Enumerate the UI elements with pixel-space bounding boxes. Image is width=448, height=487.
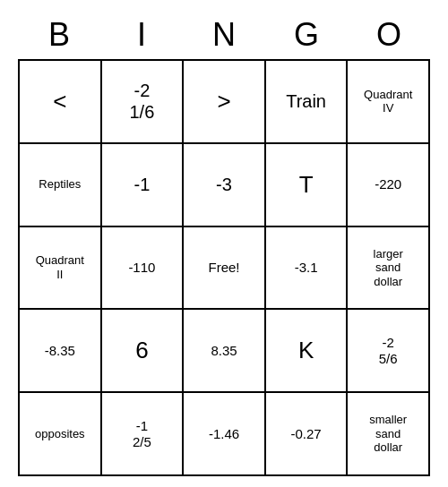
- header-letter: I: [100, 11, 183, 59]
- bingo-grid: <-2 1/6>TrainQuadrant IVReptiles-1-3T-22…: [18, 59, 430, 476]
- grid-cell-1-4: -220: [348, 144, 430, 227]
- grid-cell-4-4: smaller sand dollar: [348, 393, 430, 476]
- grid-cell-2-3: -3.1: [266, 227, 349, 311]
- grid-cell-2-2: Free!: [184, 227, 266, 311]
- bingo-header: BINGO: [18, 11, 430, 59]
- grid-cell-0-3: Train: [266, 61, 349, 144]
- header-letter: N: [183, 11, 265, 59]
- grid-cell-4-1: -1 2/5: [102, 393, 185, 476]
- grid-cell-3-3: K: [266, 310, 349, 393]
- grid-cell-2-1: -110: [102, 227, 185, 311]
- header-letter: O: [348, 11, 430, 59]
- header-letter: G: [265, 11, 348, 59]
- grid-cell-1-1: -1: [102, 144, 185, 227]
- grid-cell-4-2: -1.46: [184, 393, 266, 476]
- grid-cell-0-1: -2 1/6: [102, 61, 185, 144]
- grid-cell-1-2: -3: [184, 144, 266, 227]
- grid-cell-4-0: opposites: [20, 393, 102, 476]
- grid-cell-0-4: Quadrant IV: [348, 61, 430, 144]
- grid-cell-0-0: <: [20, 61, 102, 144]
- grid-cell-0-2: >: [184, 61, 266, 144]
- grid-cell-3-2: 8.35: [184, 310, 266, 393]
- grid-cell-4-3: -0.27: [266, 393, 349, 476]
- grid-cell-3-0: -8.35: [20, 310, 102, 393]
- bingo-board: BINGO <-2 1/6>TrainQuadrant IVReptiles-1…: [18, 11, 430, 476]
- grid-cell-3-1: 6: [102, 310, 185, 393]
- grid-cell-1-3: T: [266, 144, 349, 227]
- grid-cell-2-0: Quadrant II: [20, 227, 102, 311]
- grid-cell-3-4: -2 5/6: [348, 310, 430, 393]
- grid-cell-1-0: Reptiles: [20, 144, 102, 227]
- grid-cell-2-4: larger sand dollar: [348, 227, 430, 311]
- header-letter: B: [18, 11, 100, 59]
